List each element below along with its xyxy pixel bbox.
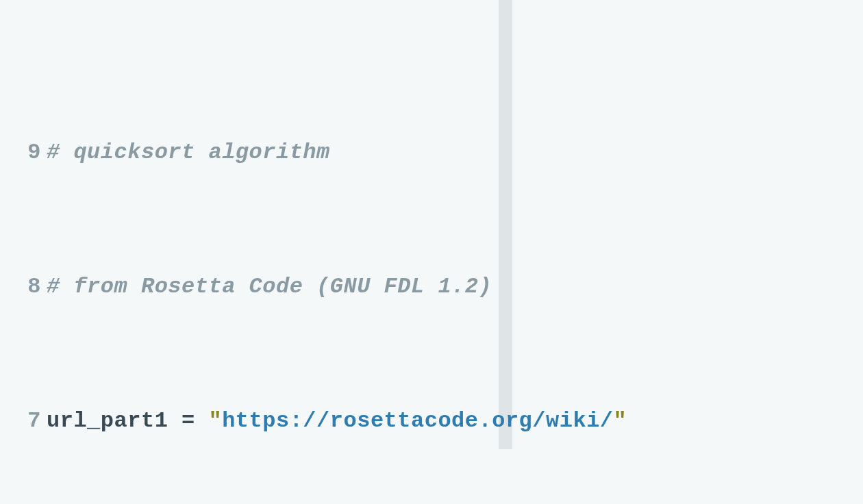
comment: # quicksort algorithm bbox=[47, 140, 330, 165]
code-editor[interactable]: 9# quicksort algorithm 8# from Rosetta C… bbox=[0, 0, 863, 504]
line-number: 8 bbox=[0, 270, 47, 303]
color-column bbox=[499, 0, 512, 449]
operator: = bbox=[182, 408, 208, 433]
code-line: 8# from Rosetta Code (GNU FDL 1.2) bbox=[0, 270, 863, 303]
string-quote: " bbox=[614, 408, 627, 433]
line-number: 9 bbox=[0, 136, 47, 169]
line-number: 7 bbox=[0, 404, 47, 438]
identifier: url_part1 bbox=[47, 408, 182, 433]
string-text: https://rosettacode.org/wiki/ bbox=[222, 408, 613, 433]
comment: # from Rosetta Code (GNU FDL 1.2) bbox=[47, 274, 492, 299]
code-line: 9# quicksort algorithm bbox=[0, 136, 863, 169]
code-line: 7url_part1 = "https://rosettacode.org/wi… bbox=[0, 404, 863, 438]
string-quote: " bbox=[208, 408, 222, 433]
